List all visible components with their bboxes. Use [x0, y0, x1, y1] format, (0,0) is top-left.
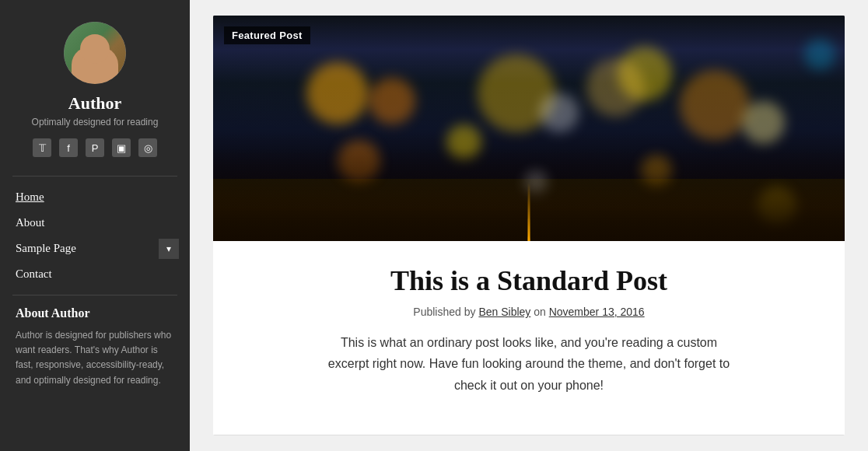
twitter-icon[interactable]: 𝕋	[33, 138, 51, 157]
rss-icon[interactable]: ◎	[138, 138, 157, 157]
about-author-title: About Author	[16, 306, 174, 320]
about-author-section: About Author Author is designed for publ…	[0, 306, 190, 388]
nav-link-home[interactable]: Home	[0, 184, 190, 210]
post-title: This is a Standard Post	[260, 264, 798, 298]
post-excerpt: This is what an ordinary post looks like…	[327, 332, 731, 396]
sidebar-header: Author Optimally designed for reading 𝕋 …	[0, 0, 190, 171]
site-tagline: Optimally designed for reading	[32, 117, 159, 128]
featured-image: Featured Post	[213, 16, 845, 241]
nav-item-sample-page: Sample Page ▾	[0, 236, 190, 261]
nav-item-home: Home	[0, 184, 190, 210]
about-author-text: Author is designed for publishers who wa…	[16, 328, 174, 388]
nav-link-sample-page[interactable]: Sample Page	[0, 236, 159, 261]
featured-post-card: Featured Post This is a Standard Post Pu…	[213, 16, 845, 435]
post-meta: Published by Ben Sibley on November 13, …	[260, 306, 798, 318]
site-title: Author	[68, 93, 121, 114]
sidebar-divider-bottom	[12, 295, 177, 295]
facebook-icon[interactable]: f	[59, 138, 78, 157]
post-divider	[213, 435, 845, 435]
main-content: Featured Post This is a Standard Post Pu…	[190, 0, 868, 451]
post-date-link[interactable]: November 13, 2016	[549, 306, 645, 318]
sidebar: Author Optimally designed for reading 𝕋 …	[0, 0, 190, 451]
avatar	[64, 22, 126, 84]
pinterest-icon[interactable]: P	[86, 138, 104, 157]
post-content: This is a Standard Post Published by Ben…	[213, 241, 845, 419]
post-meta-prefix: Published by	[413, 306, 478, 318]
sidebar-divider-top	[12, 176, 177, 177]
city-photo	[213, 16, 845, 241]
nav-menu: Home About Sample Page ▾ Contact	[0, 184, 190, 287]
social-icons: 𝕋 f P ▣ ◎	[33, 138, 157, 157]
featured-label: Featured Post	[224, 26, 310, 44]
nav-link-about[interactable]: About	[0, 210, 190, 236]
sample-page-dropdown-button[interactable]: ▾	[159, 239, 179, 259]
instagram-icon[interactable]: ▣	[112, 138, 131, 157]
nav-item-contact: Contact	[0, 261, 190, 287]
nav-link-contact[interactable]: Contact	[0, 261, 190, 287]
nav-item-about: About	[0, 210, 190, 236]
post-meta-middle: on	[534, 306, 548, 318]
post-author-link[interactable]: Ben Sibley	[478, 306, 530, 318]
